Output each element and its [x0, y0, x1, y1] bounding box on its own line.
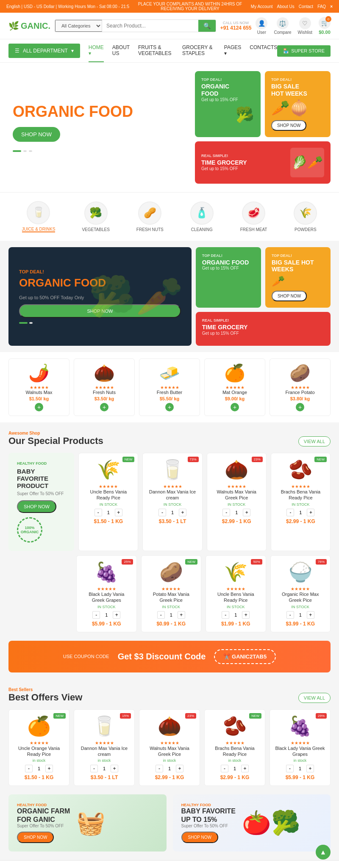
lang-selector[interactable]: English [6, 4, 20, 9]
special-view-all-button[interactable]: VIEW ALL [298, 436, 331, 446]
close-button[interactable]: × [330, 4, 333, 9]
scroll-to-top-button[interactable]: ▲ [316, 845, 331, 860]
best-offer-dannon: 15% 🥛 ★★★★★ Dannon Max Vania Ice cream i… [74, 709, 135, 786]
category-juice[interactable]: 🥛 JUICE & DRINKS [18, 199, 60, 234]
product-strip: 🌶️ ★★★★★ Walnuts Max $1.50/ kg + 🌰 ★★★★★… [0, 352, 339, 422]
qty-minus-5[interactable]: - [92, 611, 100, 619]
farm-shop-btn-2[interactable]: SHOP NOW [181, 832, 218, 843]
qty-minus-6[interactable]: - [157, 611, 165, 619]
best-qty-minus-1[interactable]: - [25, 765, 33, 772]
qty-plus-7[interactable]: + [242, 611, 250, 619]
best-qty-plus-3[interactable]: + [176, 765, 183, 772]
all-department-button[interactable]: ☰ ALL DEPARTMENT ▾ [8, 44, 80, 58]
qty-plus-5[interactable]: + [113, 611, 120, 619]
qty-plus-1[interactable]: + [115, 509, 122, 516]
nav-pages[interactable]: PAGES ▾ [224, 39, 241, 62]
currency-selector[interactable]: USD - US Dollar [24, 4, 55, 9]
best-price-3: $2.99 - 1 KG [144, 774, 195, 780]
category-nuts[interactable]: 🥜 FRESH NUTS [132, 199, 168, 234]
category-select[interactable]: All Categories [55, 20, 102, 32]
best-badge-5: 29% [316, 713, 327, 719]
phone-number[interactable]: +91 4124 655 [220, 25, 252, 31]
qty-plus-4[interactable]: + [307, 509, 314, 516]
nav-grocery[interactable]: GROCERY & STAPLES [182, 39, 216, 62]
fresh-nuts-add-btn[interactable]: + [100, 403, 108, 411]
product-card-walnuts: 23% 🌰 ★★★★★ Walnuts Max Vania Greek Pice… [207, 453, 267, 551]
best-qty-plus-1[interactable]: + [45, 765, 53, 772]
banner-dot-2[interactable] [29, 322, 33, 324]
best-qty-plus-4[interactable]: + [241, 765, 249, 772]
qty-minus-1[interactable]: - [94, 509, 102, 516]
category-meat[interactable]: 🥩 FRESH MEAT [236, 199, 272, 234]
best-qty-minus-4[interactable]: - [221, 765, 228, 772]
qty-plus-3[interactable]: + [243, 509, 250, 516]
juice-icon: 🥛 [27, 201, 50, 224]
wishlist-icon-btn[interactable]: ♡ Wishlist [298, 17, 312, 35]
contact-link[interactable]: Contact [299, 4, 313, 9]
nav-about[interactable]: ABOUT US [112, 39, 130, 62]
best-qty-minus-2[interactable]: - [90, 765, 98, 772]
qty-control-5: - 1 + [82, 611, 131, 619]
banner-deal-shop-3[interactable]: SHOP NOW [272, 291, 307, 301]
best-qty-minus-5[interactable]: - [286, 765, 294, 772]
faq-link[interactable]: FAQ [317, 4, 326, 9]
orange-add-btn[interactable]: + [231, 403, 239, 411]
hero-title: ORGANIC FOOD [13, 103, 186, 121]
category-powders[interactable]: 🌾 POWDERS [289, 199, 321, 234]
butter-add-btn[interactable]: + [165, 403, 174, 411]
butter-name: Fresh Butter [144, 390, 195, 395]
category-cleaning[interactable]: 🧴 CLEANING [186, 199, 218, 234]
qty-plus-2[interactable]: + [179, 509, 186, 516]
phone-info: CALL US NOW +91 4124 655 [220, 21, 252, 31]
farm-banners: HEALTHY FOOD ORGANIC FARMFOR GANIC Super… [8, 794, 331, 851]
best-price-5: $5.99 - 1 KG [275, 774, 325, 780]
product-badge-sale-3: 23% [252, 457, 263, 462]
search-button[interactable]: 🔍 [198, 20, 216, 32]
deal-shop-now-3[interactable]: SHOP NOW [271, 120, 306, 131]
user-icon-btn[interactable]: 👤 User [256, 17, 267, 35]
best-price-1: $1.50 - 1 KG [14, 774, 64, 780]
product-title-6: Potato Max Vania Greek Pice [147, 591, 196, 603]
qty-plus-8[interactable]: + [307, 611, 314, 619]
butter-rating: ★★★★★ [144, 385, 195, 390]
coupon-code-box[interactable]: ✂️ GANIC2TAB5 [214, 649, 276, 664]
best-qty-plus-2[interactable]: + [111, 765, 118, 772]
hero-shop-now-button[interactable]: SHOP NOW [13, 127, 60, 142]
best-offers-view-all-button[interactable]: VIEW ALL [298, 693, 331, 703]
qty-minus-4[interactable]: - [286, 509, 294, 516]
deal-card-grocery: REAL SIMPLE! TIME GROCERY Get up to 15% … [195, 141, 331, 184]
my-account-link[interactable]: My Account [251, 4, 273, 9]
super-store-button[interactable]: 🏪 SUPER STORE [277, 45, 331, 57]
product-title-2: Dannon Max Vania Ice cream [148, 489, 197, 501]
special-products-tag: Awesome Shop [8, 431, 103, 435]
category-vegetables[interactable]: 🥦 VEGETABLES [78, 199, 114, 234]
qty-plus-6[interactable]: + [178, 611, 185, 619]
farm-shop-btn-1[interactable]: SHOP NOW [17, 832, 54, 843]
logo[interactable]: 🌿 GANIC. [8, 21, 50, 31]
farm-title-2: BABY FAVORITEUP TO 15% [181, 807, 236, 823]
potato-add-btn[interactable]: + [296, 403, 304, 411]
dot-2[interactable] [23, 150, 27, 152]
cart-icon-btn[interactable]: 🛒 0 $0.00 [319, 17, 331, 35]
banner-dot-1[interactable] [19, 322, 28, 324]
farm-banner-organic: HEALTHY FOOD ORGANIC FARMFOR GANIC Super… [8, 794, 167, 851]
qty-minus-7[interactable]: - [222, 611, 229, 619]
nav-home[interactable]: HOME ▾ [89, 39, 104, 62]
about-us-link[interactable]: About Us [277, 4, 295, 9]
nav-contacts[interactable]: CONTACTS [250, 39, 277, 62]
best-stars-1: ★★★★★ [14, 741, 64, 745]
dot-3[interactable] [29, 150, 32, 152]
best-qty-plus-5[interactable]: + [306, 765, 314, 772]
qty-minus-8[interactable]: - [286, 611, 294, 619]
store-icon: 🏪 [283, 48, 289, 54]
walnuts-add-btn[interactable]: + [35, 403, 43, 411]
qty-minus-2[interactable]: - [158, 509, 166, 516]
search-input[interactable] [102, 20, 198, 32]
nav-fruits[interactable]: FRUITS & VEGETABLES [138, 39, 174, 62]
compare-icon-btn[interactable]: ⚖️ Compare [274, 17, 291, 35]
product-stars-1: ★★★★★ [84, 484, 133, 489]
best-qty-minus-3[interactable]: - [156, 765, 163, 772]
promo-shop-btn[interactable]: SHOP NOW [17, 500, 56, 513]
qty-minus-3[interactable]: - [222, 509, 230, 516]
dot-1[interactable] [13, 150, 21, 152]
